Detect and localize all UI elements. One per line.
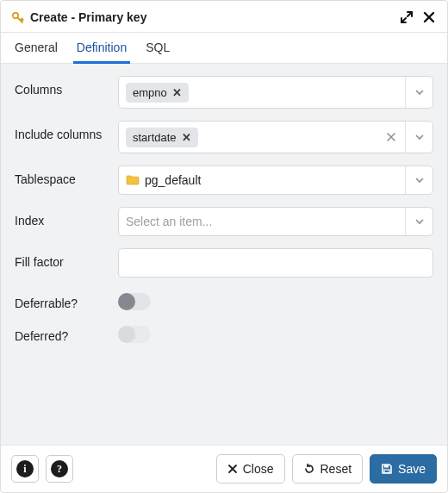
svg-rect-2: [384, 470, 389, 473]
tablespace-select[interactable]: pg_default: [118, 165, 433, 195]
info-button[interactable]: i: [11, 455, 39, 483]
help-icon: ?: [51, 460, 68, 477]
label-columns: Columns: [15, 76, 118, 97]
save-label: Save: [398, 462, 426, 476]
label-deferred: Deferred?: [15, 322, 118, 343]
row-index: Index Select an item...: [15, 207, 433, 236]
tab-bar: General Definition SQL: [1, 33, 447, 64]
clear-icon[interactable]: [377, 122, 405, 153]
chip-remove-icon[interactable]: ✕: [172, 86, 182, 99]
include-columns-select[interactable]: startdate ✕: [118, 121, 433, 153]
form-body: Columns empno ✕ Include columns startdat…: [1, 64, 447, 445]
close-icon[interactable]: [421, 9, 437, 25]
chevron-down-icon[interactable]: [405, 122, 432, 153]
tab-sql[interactable]: SQL: [144, 41, 171, 63]
save-button[interactable]: Save: [370, 454, 437, 484]
key-icon: [11, 10, 25, 24]
dialog-footer: i ? Close Reset Save: [1, 445, 447, 492]
chip-remove-icon[interactable]: ✕: [182, 131, 191, 144]
columns-chip: empno ✕: [126, 83, 189, 103]
chevron-down-icon[interactable]: [405, 77, 432, 108]
row-deferrable: Deferrable?: [15, 290, 433, 310]
reset-label: Reset: [320, 462, 352, 476]
columns-select[interactable]: empno ✕: [118, 76, 433, 109]
row-columns: Columns empno ✕: [15, 76, 433, 109]
close-button[interactable]: Close: [216, 454, 285, 484]
chevron-down-icon[interactable]: [405, 208, 432, 235]
label-index: Index: [15, 207, 118, 228]
info-icon: i: [16, 460, 34, 477]
reset-icon: [303, 463, 315, 475]
row-tablespace: Tablespace pg_default: [15, 165, 433, 195]
folder-icon: [126, 174, 140, 186]
label-fill-factor: Fill factor: [15, 248, 118, 269]
chip-label: startdate: [133, 131, 177, 144]
tab-general[interactable]: General: [13, 41, 59, 63]
svg-rect-1: [384, 465, 389, 468]
reset-button[interactable]: Reset: [292, 454, 364, 484]
close-icon: [227, 464, 238, 474]
index-placeholder: Select an item...: [126, 215, 212, 228]
label-tablespace: Tablespace: [15, 165, 118, 186]
chip-label: empno: [133, 86, 167, 99]
tab-definition[interactable]: Definition: [75, 41, 128, 63]
dialog-title: Create - Primary key: [30, 10, 399, 24]
row-include-columns: Include columns startdate ✕: [15, 121, 433, 153]
dialog-titlebar: Create - Primary key: [1, 1, 447, 33]
fill-factor-input[interactable]: [118, 248, 433, 278]
index-select[interactable]: Select an item...: [118, 207, 433, 236]
deferred-toggle: [118, 326, 151, 343]
chevron-down-icon[interactable]: [405, 166, 432, 194]
tablespace-value: pg_default: [145, 173, 201, 187]
deferrable-toggle[interactable]: [118, 293, 151, 310]
expand-icon[interactable]: [399, 9, 414, 25]
save-icon: [381, 463, 393, 475]
help-button[interactable]: ?: [46, 455, 73, 483]
label-deferrable: Deferrable?: [15, 290, 118, 310]
label-include-columns: Include columns: [15, 121, 118, 141]
close-label: Close: [243, 462, 274, 476]
row-deferred: Deferred?: [15, 322, 433, 343]
include-columns-chip: startdate ✕: [126, 128, 198, 147]
row-fill-factor: Fill factor: [15, 248, 433, 278]
